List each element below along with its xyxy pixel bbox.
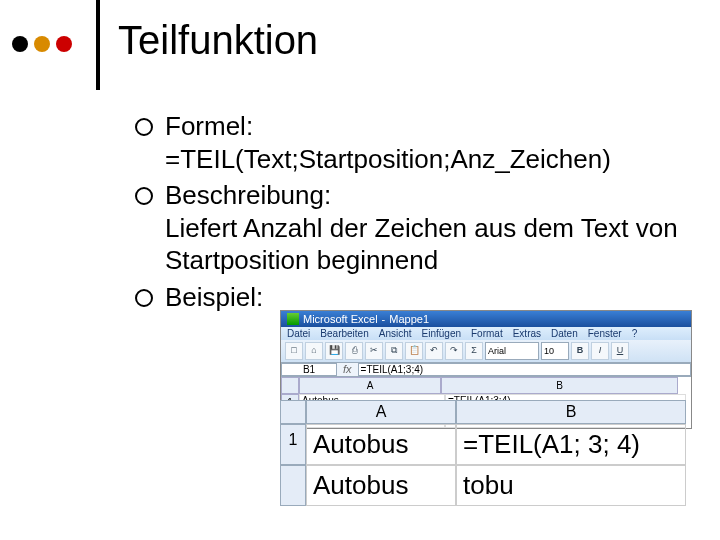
menu-item[interactable]: Daten [551, 328, 578, 339]
bold-icon[interactable]: B [571, 342, 589, 360]
row-1: 1 [280, 424, 306, 465]
excel-titlebar: Microsoft Excel - Mappe1 [281, 311, 691, 327]
col-A: A [306, 400, 456, 424]
row-2 [280, 465, 306, 506]
italic-icon[interactable]: I [591, 342, 609, 360]
label-beispiel: Beispiel: [165, 282, 263, 312]
col-header[interactable]: B [441, 377, 678, 394]
bullet-icon [135, 187, 153, 205]
col-header[interactable]: A [299, 377, 441, 394]
copy-icon[interactable]: ⧉ [385, 342, 403, 360]
big-B2: tobu [456, 465, 686, 506]
big-A1: Autobus [306, 424, 456, 465]
excel-logo-icon [287, 313, 299, 325]
underline-icon[interactable]: U [611, 342, 629, 360]
excel-menubar: Datei Bearbeiten Ansicht Einfügen Format… [281, 327, 691, 340]
redo-icon[interactable]: ↷ [445, 342, 463, 360]
slide-title: Teilfunktion [118, 18, 318, 63]
col-B: B [456, 400, 686, 424]
excel-doc-name: Mappe1 [389, 313, 429, 325]
menu-item[interactable]: Datei [287, 328, 310, 339]
bullet-icon [135, 118, 153, 136]
menu-item[interactable]: ? [632, 328, 638, 339]
sum-icon[interactable]: Σ [465, 342, 483, 360]
bullet-icon [135, 289, 153, 307]
decoration-dots [12, 36, 72, 52]
font-select[interactable]: Arial [485, 342, 539, 360]
formula-input[interactable]: =TEIL(A1;3;4) [358, 363, 691, 376]
menu-item[interactable]: Extras [513, 328, 541, 339]
excel-toolbar: □ ⌂ 💾 ⎙ ✂ ⧉ 📋 ↶ ↷ Σ Arial 10 B I U [281, 340, 691, 363]
paste-icon[interactable]: 📋 [405, 342, 423, 360]
label-formel: Formel: [165, 111, 253, 141]
cut-icon[interactable]: ✂ [365, 342, 383, 360]
select-all-corner[interactable] [281, 377, 299, 394]
example-zoom: A B 1 Autobus =TEIL(A1; 3; 4) Autobus to… [280, 400, 686, 506]
excel-app-name: Microsoft Excel [303, 313, 378, 325]
corner [280, 400, 306, 424]
big-A2: Autobus [306, 465, 456, 506]
fontsize-select[interactable]: 10 [541, 342, 569, 360]
open-icon[interactable]: ⌂ [305, 342, 323, 360]
new-icon[interactable]: □ [285, 342, 303, 360]
menu-item[interactable]: Einfügen [422, 328, 461, 339]
menu-item[interactable]: Ansicht [379, 328, 412, 339]
bullet-formel: Formel: =TEIL(Text;Startposition;Anz_Zei… [135, 110, 695, 175]
name-box[interactable]: B1 [281, 363, 337, 376]
save-icon[interactable]: 💾 [325, 342, 343, 360]
menu-item[interactable]: Fenster [588, 328, 622, 339]
text-formel: =TEIL(Text;Startposition;Anz_Zeichen) [165, 144, 611, 174]
menu-item[interactable]: Bearbeiten [320, 328, 368, 339]
big-B1: =TEIL(A1; 3; 4) [456, 424, 686, 465]
menu-item[interactable]: Format [471, 328, 503, 339]
bullet-beispiel: Beispiel: [135, 281, 695, 314]
bullet-beschreibung: Beschreibung: Liefert Anzahl der Zeichen… [135, 179, 695, 277]
slide-content: Formel: =TEIL(Text;Startposition;Anz_Zei… [135, 110, 695, 317]
divider-line [96, 0, 100, 90]
text-beschreibung: Liefert Anzahl der Zeichen aus dem Text … [165, 213, 678, 276]
undo-icon[interactable]: ↶ [425, 342, 443, 360]
dot-orange [34, 36, 50, 52]
formula-bar: B1 fx =TEIL(A1;3;4) [281, 363, 691, 377]
label-beschreibung: Beschreibung: [165, 180, 331, 210]
fx-icon[interactable]: fx [337, 363, 358, 376]
dot-red [56, 36, 72, 52]
dot-black [12, 36, 28, 52]
print-icon[interactable]: ⎙ [345, 342, 363, 360]
